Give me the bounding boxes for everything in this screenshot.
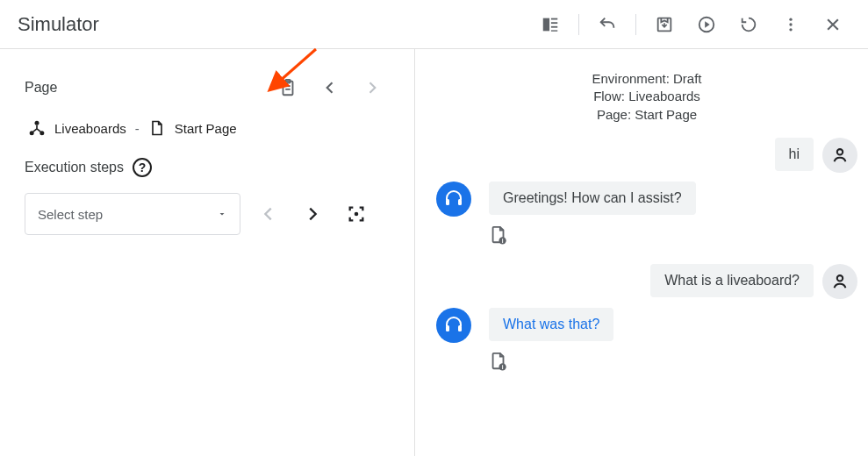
bot-message-bubble[interactable]: What was that?: [489, 308, 613, 341]
svg-text:i: i: [502, 364, 504, 370]
separator: [578, 14, 579, 35]
dropdown-icon: [217, 209, 227, 219]
svg-point-19: [837, 149, 843, 154]
page-section-label: Page: [25, 80, 57, 96]
top-bar: Simulator: [0, 0, 868, 49]
svg-rect-3: [551, 25, 557, 27]
response-detail-icon[interactable]: i: [489, 225, 857, 245]
context-info: Environment: Draft Flow: Liveaboards Pag…: [436, 70, 857, 124]
breadcrumb-page[interactable]: Start Page: [175, 121, 237, 136]
app-title: Simulator: [18, 13, 99, 36]
svg-rect-2: [551, 22, 557, 24]
more-button[interactable]: [773, 7, 808, 42]
svg-rect-20: [446, 199, 449, 205]
page-icon: [148, 119, 166, 137]
breadcrumb: Liveaboards - Start Page: [25, 119, 390, 137]
response-detail-icon[interactable]: i: [489, 352, 857, 371]
reset-button[interactable]: [731, 7, 766, 42]
page-line: Page: Start Page: [436, 106, 857, 124]
panel-toggle-button[interactable]: [533, 7, 568, 42]
page-next-button[interactable]: [355, 70, 390, 105]
svg-rect-21: [458, 199, 462, 205]
breadcrumb-flow[interactable]: Liveaboards: [54, 121, 126, 136]
svg-rect-4: [551, 30, 557, 31]
svg-point-9: [789, 28, 792, 31]
svg-point-15: [35, 121, 39, 125]
svg-rect-26: [458, 325, 462, 331]
step-select[interactable]: Select step: [25, 193, 240, 235]
clipboard-button[interactable]: [270, 70, 305, 105]
step-select-placeholder: Select step: [38, 207, 103, 222]
close-button[interactable]: [815, 7, 850, 42]
execution-steps-label: Execution steps: [25, 160, 124, 175]
bot-message-link[interactable]: What was that?: [503, 317, 599, 331]
bot-avatar-icon: [436, 308, 471, 343]
svg-text:i: i: [502, 238, 504, 244]
step-next-button[interactable]: [297, 198, 328, 230]
toolbar: [533, 7, 850, 42]
bot-message-bubble: Greetings! How can I assist?: [489, 182, 696, 215]
user-message-bubble: hi: [775, 138, 814, 171]
left-panel: Page Liveaboards - Start: [0, 49, 415, 456]
user-message-row: hi: [436, 138, 857, 173]
bot-avatar-icon: [436, 182, 471, 217]
user-avatar-icon: [822, 138, 857, 173]
undo-button[interactable]: [590, 7, 625, 42]
separator: [635, 14, 636, 35]
flow-icon: [28, 119, 46, 137]
save-button[interactable]: [647, 7, 682, 42]
svg-point-7: [789, 18, 792, 20]
user-avatar-icon: [822, 264, 857, 299]
env-line: Environment: Draft: [436, 70, 857, 88]
user-message-row: What is a liveaboard?: [436, 264, 857, 299]
svg-rect-1: [551, 18, 557, 19]
breadcrumb-separator: -: [135, 121, 140, 136]
step-prev-button[interactable]: [253, 198, 284, 230]
svg-rect-25: [446, 325, 449, 331]
svg-point-8: [789, 23, 792, 25]
help-icon[interactable]: ?: [133, 158, 152, 177]
svg-point-18: [355, 212, 359, 217]
svg-rect-0: [543, 18, 549, 31]
flow-line: Flow: Liveaboards: [436, 88, 857, 105]
focus-button[interactable]: [341, 198, 372, 230]
play-button[interactable]: [689, 7, 724, 42]
svg-point-24: [837, 275, 843, 281]
user-message-bubble: What is a liveaboard?: [650, 264, 814, 297]
page-prev-button[interactable]: [312, 70, 348, 105]
bot-message-row: Greetings! How can I assist?: [436, 182, 857, 217]
conversation-panel: Environment: Draft Flow: Liveaboards Pag…: [415, 49, 868, 456]
bot-message-row: What was that?: [436, 308, 857, 343]
